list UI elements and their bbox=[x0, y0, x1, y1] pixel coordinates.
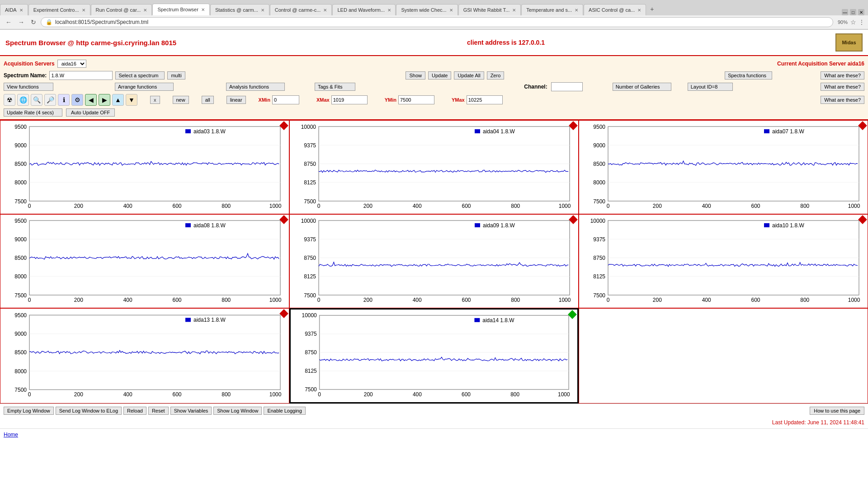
acq-server-select[interactable]: aida16 bbox=[57, 60, 86, 68]
reload-nav-button[interactable]: ↻ bbox=[29, 18, 38, 27]
svg-text:200: 200 bbox=[653, 297, 662, 303]
svg-text:1000: 1000 bbox=[559, 297, 571, 303]
extensions-button[interactable]: ⋮ bbox=[859, 19, 864, 25]
auto-update-button[interactable]: Auto Update OFF bbox=[66, 108, 115, 117]
tab-close-sys[interactable]: ✕ bbox=[449, 8, 453, 13]
arrange-functions-dropdown[interactable]: Arrange functions bbox=[115, 83, 174, 91]
tab-temperature[interactable]: Temperature and s...✕ bbox=[521, 4, 583, 15]
tab-asic[interactable]: ASIC Control @ ca...✕ bbox=[584, 4, 646, 15]
tab-close-ctrl[interactable]: ✕ bbox=[323, 8, 327, 13]
svg-text:600: 600 bbox=[462, 391, 471, 398]
tab-close-exp[interactable]: ✕ bbox=[82, 8, 85, 13]
update-rate-select[interactable]: Update Rate (4 secs) bbox=[4, 108, 62, 117]
tab-run-control[interactable]: Run Control @ car...✕ bbox=[91, 4, 152, 15]
svg-text:8125: 8125 bbox=[305, 368, 317, 374]
minimize-button[interactable]: — bbox=[842, 9, 848, 15]
gallery-cell-aida10[interactable]: 10000937587508125750002004006008001000ai… bbox=[579, 214, 868, 308]
gallery-cell-aida03[interactable]: 9500900085008000750002004006008001000aid… bbox=[0, 120, 289, 214]
prev-arrow-button[interactable]: ◀ bbox=[85, 94, 97, 106]
send-log-button[interactable]: Send Log Window to ELog bbox=[56, 407, 122, 415]
xmin-input[interactable] bbox=[272, 95, 299, 104]
gallery-cell-aida04[interactable]: 10000937587508125750002004006008001000ai… bbox=[289, 120, 579, 214]
page-content: Spectrum Browser @ http carme-gsi.cryrin… bbox=[0, 30, 868, 440]
upload-icon-button[interactable]: ▲ bbox=[112, 94, 124, 106]
tab-close-stats[interactable]: ✕ bbox=[261, 8, 264, 13]
new-button[interactable]: new bbox=[173, 96, 189, 104]
tab-gsi[interactable]: GSI White Rabbit T...✕ bbox=[458, 4, 521, 15]
show-log-window-button[interactable]: Show Log Window bbox=[213, 407, 262, 415]
zoom-in-icon-button[interactable]: 🔍 bbox=[31, 94, 42, 106]
gallery-cell-aida14[interactable]: 10000937587508125750002004006008001000ai… bbox=[289, 308, 579, 404]
view-functions-dropdown[interactable]: View functions bbox=[4, 83, 53, 91]
show-button[interactable]: Show bbox=[406, 71, 425, 80]
tab-led[interactable]: LED and Waveform...✕ bbox=[332, 4, 396, 15]
url-box[interactable]: 🔒 localhost:8015/Spectrum/Spectrum.tml bbox=[41, 17, 833, 27]
reset-button[interactable]: Reset bbox=[148, 407, 169, 415]
maximize-button[interactable]: □ bbox=[850, 9, 856, 15]
how-to-button[interactable]: How to use this page bbox=[810, 407, 864, 415]
xmax-input[interactable] bbox=[331, 95, 368, 104]
globe-icon-button[interactable]: 🌐 bbox=[17, 94, 29, 106]
bookmark-icon[interactable]: ☆ bbox=[850, 19, 856, 26]
what-these-3-button[interactable]: What are these? bbox=[821, 96, 864, 104]
num-galleries-dropdown[interactable]: Number of Galleries bbox=[613, 83, 671, 91]
spectra-functions-dropdown[interactable]: Spectra functions bbox=[725, 71, 772, 80]
forward-button[interactable]: → bbox=[16, 18, 26, 27]
download-icon-button[interactable]: ▼ bbox=[126, 94, 137, 106]
ymin-input[interactable] bbox=[398, 95, 434, 104]
gallery-cell-aida13[interactable]: 9500900085008000750002004006008001000aid… bbox=[0, 308, 289, 404]
home-link[interactable]: Home bbox=[0, 430, 868, 440]
channel-input[interactable] bbox=[551, 82, 583, 91]
multi-button[interactable]: multi bbox=[167, 71, 185, 80]
linear-button[interactable]: linear bbox=[226, 96, 246, 104]
new-tab-button[interactable]: + bbox=[646, 3, 657, 15]
reload-button[interactable]: Reload bbox=[123, 407, 146, 415]
update-all-button[interactable]: Update All bbox=[454, 71, 484, 80]
tab-statistics[interactable]: Statistics @ carm...✕ bbox=[210, 4, 269, 15]
search-icon-button[interactable]: 🔎 bbox=[44, 94, 56, 106]
tab-experiment[interactable]: Experiment Contro...✕ bbox=[28, 4, 90, 15]
tab-close-aida[interactable]: ✕ bbox=[19, 8, 23, 13]
settings-icon-button[interactable]: ⚙ bbox=[71, 94, 83, 106]
spectrum-name-input[interactable] bbox=[49, 71, 113, 80]
tab-close-asic[interactable]: ✕ bbox=[637, 8, 641, 13]
tab-close-temp[interactable]: ✕ bbox=[575, 8, 578, 13]
svg-text:0: 0 bbox=[28, 297, 31, 303]
tab-close-run[interactable]: ✕ bbox=[143, 8, 147, 13]
gallery-cell-empty[interactable] bbox=[579, 308, 868, 404]
next-arrow-button[interactable]: ▶ bbox=[99, 94, 110, 106]
ymax-input[interactable] bbox=[467, 95, 503, 104]
x-button[interactable]: x bbox=[150, 96, 160, 104]
svg-rect-100 bbox=[764, 223, 769, 227]
tab-close-gsi[interactable]: ✕ bbox=[512, 8, 516, 13]
svg-text:8750: 8750 bbox=[593, 255, 605, 261]
layout-id-dropdown[interactable]: Layout ID=8 bbox=[688, 83, 733, 91]
tab-aida[interactable]: AIDA✕ bbox=[0, 4, 28, 15]
back-button[interactable]: ← bbox=[4, 18, 14, 27]
gallery-cell-aida08[interactable]: 9500900085008000750002004006008001000aid… bbox=[0, 214, 289, 308]
what-these-1-button[interactable]: What are these? bbox=[821, 71, 864, 80]
all-button[interactable]: all bbox=[202, 96, 214, 104]
radiation-icon-button[interactable]: ☢ bbox=[4, 94, 15, 106]
gallery-cell-aida07[interactable]: 9500900085008000750002004006008001000aid… bbox=[579, 120, 868, 214]
svg-text:800: 800 bbox=[510, 391, 519, 398]
enable-logging-button[interactable]: Enable Logging bbox=[264, 407, 305, 415]
svg-text:8750: 8750 bbox=[305, 349, 317, 356]
tab-syswide[interactable]: System wide Chec...✕ bbox=[396, 4, 458, 15]
tags-fits-dropdown[interactable]: Tags & Fits bbox=[315, 83, 355, 91]
info-icon-button[interactable]: ℹ bbox=[58, 94, 70, 106]
analysis-functions-dropdown[interactable]: Analysis functions bbox=[226, 83, 285, 91]
gallery-cell-aida09[interactable]: 10000937587508125750002004006008001000ai… bbox=[289, 214, 579, 308]
zero-button[interactable]: Zero bbox=[487, 71, 505, 80]
last-updated: Last Updated: June 11, 2024 11:48:41 bbox=[0, 418, 868, 427]
close-window-button[interactable]: ✕ bbox=[858, 9, 864, 15]
show-variables-button[interactable]: Show Variables bbox=[170, 407, 212, 415]
update-button[interactable]: Update bbox=[428, 71, 451, 80]
empty-log-button[interactable]: Empty Log Window bbox=[4, 407, 54, 415]
tab-spectrum-browser[interactable]: Spectrum Browser✕ bbox=[152, 4, 209, 15]
what-these-2-button[interactable]: What are these? bbox=[821, 83, 864, 91]
tab-close-led[interactable]: ✕ bbox=[387, 8, 391, 13]
tab-close-spectrum[interactable]: ✕ bbox=[201, 7, 205, 12]
select-spectrum-dropdown[interactable]: Select a spectrum bbox=[115, 71, 165, 80]
tab-control[interactable]: Control @ carme-c...✕ bbox=[270, 4, 332, 15]
